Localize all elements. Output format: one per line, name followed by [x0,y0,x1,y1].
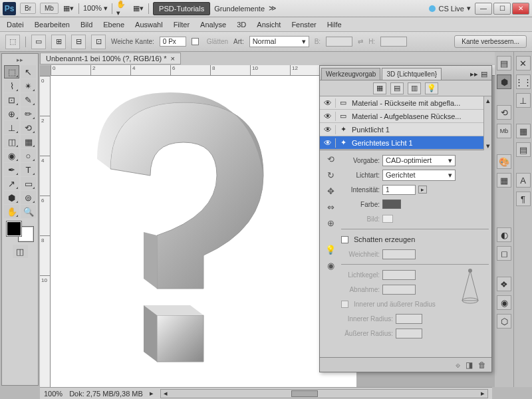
dock-icon-brush[interactable]: ⋮⋮ [516,74,531,89]
shadow-checkbox[interactable] [341,236,348,243]
menu-ansicht[interactable]: Ansicht [257,21,281,29]
history-brush-tool[interactable]: ⟲ [21,121,36,134]
new-light-icon[interactable]: ◨ [466,360,473,370]
list-item[interactable]: 👁✦Punktlicht 1 [320,123,483,136]
pen-tool[interactable]: ✒ [4,163,19,176]
menu-bild[interactable]: Bild [80,21,92,29]
tab-werkzeugvorgaben[interactable]: Werkzeugvorgab [321,68,380,80]
marquee-tool[interactable]: ⬚ [4,65,19,78]
feather-input[interactable] [160,37,186,47]
subtract-selection-icon[interactable]: ⊟ [71,35,86,49]
move-tool[interactable]: ↖ [21,65,36,78]
3d-light-icon[interactable]: 💡 [325,245,336,257]
healing-tool[interactable]: ⊕ [4,107,19,120]
visibility-icon[interactable]: 👁 [320,98,336,108]
delete-light-icon[interactable]: 🗑 [478,360,486,370]
doc-info[interactable]: Dok: 2,75 MB/9,38 MB [69,390,143,398]
view-icon[interactable]: ▦▾ [132,3,144,15]
dock-icon-tools[interactable]: ✕ [516,56,531,70]
cs-live[interactable]: CS Live ▾ [429,4,471,13]
dodge-tool[interactable]: ○ [21,149,36,162]
list-item[interactable]: 👁▭Material - Rückseite mit abgefla... [320,96,483,110]
crop-tool[interactable]: ⊡ [4,93,19,106]
zoom-level[interactable]: 100% ▾ [83,4,108,13]
document-tab[interactable]: Unbenannt-1 bei 100% (?, RGB/16) *× [40,53,181,65]
list-item-selected[interactable]: 👁✦Gerichtetes Licht 1 [320,136,483,150]
menu-analyse[interactable]: Analyse [200,21,226,29]
3d-scale-icon[interactable]: ⊕ [325,218,336,230]
menu-auswahl[interactable]: Auswahl [135,21,163,29]
tab-3d-lights[interactable]: 3D {Lichtquellen} [382,68,442,80]
menu-fenster[interactable]: Fenster [291,21,316,29]
dock-icon-swatches[interactable]: ▦ [497,173,511,188]
intensity-stepper[interactable]: ▸ [418,186,427,194]
refine-edge-button[interactable]: Kante verbessern... [454,35,527,48]
preset-select[interactable]: CAD-optimiert▾ [382,155,456,166]
intensity-input[interactable] [382,185,416,195]
blur-tool[interactable]: ◉ [4,149,19,162]
path-tool[interactable]: ↗ [4,177,19,190]
color-swatches[interactable] [7,221,33,241]
lasso-tool[interactable]: ⌇ [4,79,19,92]
3d-slide-icon[interactable]: ⇔ [325,202,336,214]
dock-icon-nav[interactable]: ▦ [516,124,531,138]
dock-icon-color[interactable]: 🎨 [497,154,511,169]
maximize-button[interactable]: ☐ [493,3,511,15]
panel-menu-icon[interactable]: ▤ [481,70,487,78]
lighttype-select[interactable]: Gerichtet▾ [382,170,456,181]
quickmask-toggle[interactable]: ◫ [13,245,28,258]
marquee-tool-preset-icon[interactable]: ⬚ [5,35,20,49]
dock-icon-para[interactable]: ¶ [516,192,531,206]
dock-icon-clone[interactable]: ⊥ [516,93,531,108]
toggle-lights-icon[interactable]: ⟐ [456,360,460,370]
image-picker[interactable] [382,215,393,223]
dock-icon-history[interactable]: ⟲ [497,105,511,120]
filter-mesh-icon[interactable]: ▤ [390,82,404,94]
3d-tool[interactable]: ⬢ [4,191,19,204]
dock-icon-mask[interactable]: ◻ [497,246,511,261]
menu-hilfe[interactable]: Hilfe [327,21,342,29]
tab-close-icon[interactable]: × [171,55,175,63]
dock-icon-channels[interactable]: ◉ [497,295,511,310]
dock-icon-layers[interactable]: ❖ [497,277,511,291]
gradient-tool[interactable]: ▦ [21,135,36,148]
visibility-icon[interactable]: 👁 [320,138,336,148]
color-swatch[interactable] [382,200,401,209]
intersect-selection-icon[interactable]: ⊡ [91,35,106,49]
3d-rotate-icon[interactable]: ⟲ [325,154,336,166]
eraser-tool[interactable]: ◫ [4,135,19,148]
minibridge-button[interactable]: Mb [40,3,59,14]
filter-material-icon[interactable]: ▥ [408,82,421,94]
hand-tool[interactable]: ✋ [4,205,19,218]
screen-mode-icon[interactable]: ▦▾ [63,3,74,15]
stamp-tool[interactable]: ⊥ [4,121,19,134]
dock-icon-3d[interactable]: ⬢ [497,74,511,89]
horizontal-scrollbar[interactable]: ◂▸ [160,389,488,398]
3d-home-icon[interactable]: ◉ [325,261,336,273]
dock-icon-1[interactable]: ▤ [497,56,511,70]
workspace-psd-tutorials[interactable]: PSD-Tutorials [153,2,210,15]
visibility-icon[interactable]: 👁 [320,125,336,134]
eyedropper-tool[interactable]: ✎ [21,93,36,106]
type-tool[interactable]: T [21,163,36,176]
antialias-checkbox[interactable] [192,38,199,45]
menu-filter[interactable]: Filter [174,21,190,29]
shape-tool[interactable]: ▭ [21,177,36,190]
filter-scene-icon[interactable]: ▦ [373,82,386,94]
add-selection-icon[interactable]: ⊞ [51,35,66,49]
dock-icon-mb[interactable]: Mb [497,124,511,138]
zoom-status[interactable]: 100% [44,390,63,398]
dock-icon-adjust[interactable]: ◐ [497,227,511,242]
panel-collapse-icon[interactable]: ▸▸ [470,70,478,78]
style-select[interactable]: Normal▾ [249,36,309,47]
zoom-tool[interactable]: 🔍 [21,205,36,218]
new-selection-icon[interactable]: ▭ [31,35,46,49]
wand-tool[interactable]: ✴ [21,79,36,92]
close-button[interactable]: ✕ [512,3,529,15]
dock-icon-info[interactable]: ▤ [516,142,531,157]
hand-tool-icon[interactable]: ✋▾ [116,3,128,15]
menu-ebene[interactable]: Ebene [103,21,124,29]
3d-pan-icon[interactable]: ✥ [325,186,336,198]
dock-icon-paths[interactable]: ⬡ [497,314,511,329]
menu-3d[interactable]: 3D [237,21,246,29]
